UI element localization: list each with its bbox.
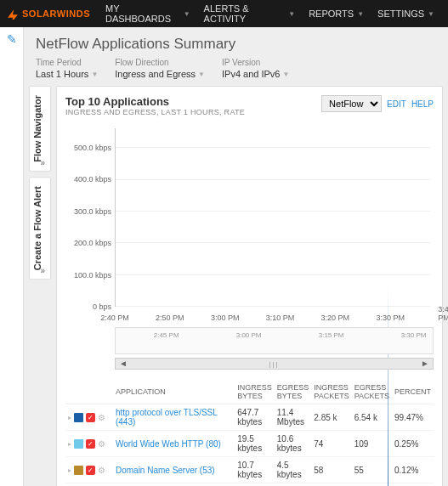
traffic-chart: 0 bps100.0 kbps200.0 kbps300.0 kbps400.0… <box>65 128 434 324</box>
expand-icon: » <box>40 158 45 167</box>
chevron-down-icon: ▼ <box>198 71 205 78</box>
edit-link[interactable]: EDIT <box>387 99 406 109</box>
nav-alerts-activity[interactable]: ALERTS & ACTIVITY▼ <box>197 3 303 24</box>
brand-text: SOLARWINDS <box>22 8 90 19</box>
series-swatch <box>74 413 83 422</box>
expand-row-icon[interactable]: ▸ <box>68 414 71 421</box>
nav-settings[interactable]: SETTINGS▼ <box>371 8 441 19</box>
gear-icon[interactable]: ⚙ <box>98 439 105 449</box>
brand: SOLARWINDS <box>7 8 90 20</box>
nav-reports[interactable]: REPORTS▼ <box>302 8 371 19</box>
chevron-down-icon: ▼ <box>428 10 434 18</box>
gear-icon[interactable]: ⚙ <box>98 413 105 422</box>
side-panel-flow-navigator[interactable]: » Flow Navigator <box>29 86 51 172</box>
scroll-grip-icon[interactable]: ||| <box>269 360 279 368</box>
edit-page-icon[interactable]: ✎ <box>7 32 17 46</box>
scroll-left-icon[interactable]: ◄ <box>116 359 131 368</box>
filter-time-period[interactable]: Time Period Last 1 Hours▼ <box>36 58 98 79</box>
expand-row-icon[interactable]: ▸ <box>68 440 71 448</box>
source-select[interactable]: NetFlow <box>321 95 382 112</box>
filter-flow-direction[interactable]: Flow Direction Ingress and Egress▼ <box>115 58 205 79</box>
page-title: NetFlow Applications Summary <box>36 36 436 53</box>
row-checkbox[interactable]: ✓ <box>86 413 95 422</box>
card-title: Top 10 Applications <box>65 95 245 108</box>
top-nav: SOLARWINDS MY DASHBOARDS▼ ALERTS & ACTIV… <box>0 0 448 27</box>
expand-row-icon[interactable]: ▸ <box>68 466 71 474</box>
chevron-down-icon: ▼ <box>283 71 290 78</box>
expand-icon: » <box>40 266 45 275</box>
top-applications-card: Top 10 Applications INGRESS AND EGRESS, … <box>56 86 443 486</box>
scroll-right-icon[interactable]: ► <box>417 359 433 368</box>
row-checkbox[interactable]: ✓ <box>86 466 95 475</box>
nav-my-dashboards[interactable]: MY DASHBOARDS▼ <box>99 3 197 24</box>
chart-overview[interactable]: 2:45 PM3:00 PM3:15 PM3:30 PM <box>115 327 434 354</box>
left-rail: ✎ <box>0 27 24 486</box>
page-header: NetFlow Applications Summary Time Period… <box>29 32 443 86</box>
chevron-down-icon: ▼ <box>184 10 190 18</box>
series-swatch <box>74 466 83 475</box>
chevron-down-icon: ▼ <box>357 10 364 18</box>
card-subtitle: INGRESS AND EGRESS, LAST 1 HOURS, RATE <box>65 108 245 116</box>
filter-ip-version[interactable]: IP Version IPv4 and IPv6▼ <box>222 58 289 79</box>
help-link[interactable]: HELP <box>411 99 434 109</box>
overview-scrollbar[interactable]: ◄ ||| ► <box>115 358 434 370</box>
brand-icon <box>7 8 19 20</box>
row-checkbox[interactable]: ✓ <box>86 439 95 449</box>
chevron-down-icon: ▼ <box>288 10 295 18</box>
gear-icon[interactable]: ⚙ <box>98 466 105 475</box>
series-swatch <box>74 439 83 449</box>
chevron-down-icon: ▼ <box>91 71 98 78</box>
side-panel-create-flow-alert[interactable]: » Create a Flow Alert <box>29 177 51 280</box>
